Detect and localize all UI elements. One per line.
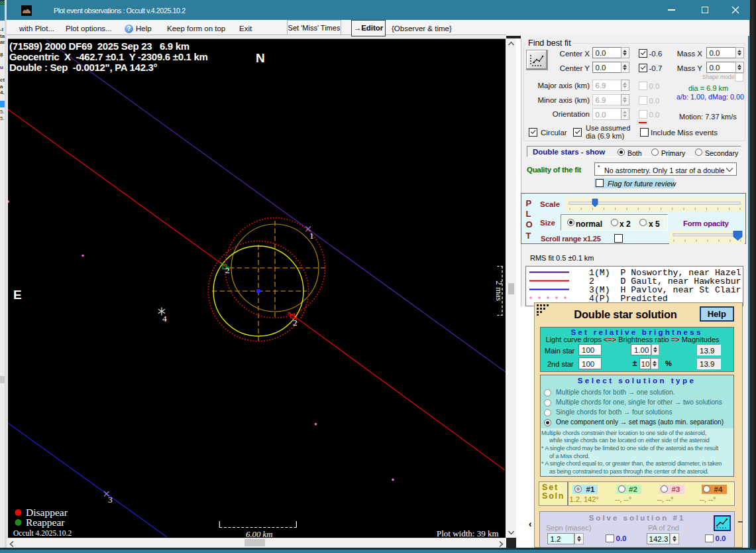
svg-text:Reappear: Reappear xyxy=(26,517,65,528)
svg-text:Double : Sep -0.0012", PA 142: Double : Sep -0.0012", PA 142.3° xyxy=(9,62,158,73)
svg-text:1: 1 xyxy=(309,231,314,241)
svg-text:Geocentric X -462.7 ±0.1 Y: Geocentric X -462.7 ±0.1 Y -2309.6 ±0.1 … xyxy=(9,51,208,62)
svg-text:(71589) 2000 DF69 2025 Sep 23: (71589) 2000 DF69 2025 Sep 23 6.9 km xyxy=(9,40,189,52)
svg-text:Occult 4.2025.10.2: Occult 4.2025.10.2 xyxy=(13,529,72,537)
svg-text:3: 3 xyxy=(108,495,113,505)
svg-text:2: 2 xyxy=(293,318,297,328)
svg-text:6.00 km: 6.00 km xyxy=(246,530,273,538)
svg-text:E: E xyxy=(13,288,21,302)
svg-text:Plot width: 39 km: Plot width: 39 km xyxy=(437,528,499,538)
svg-text:2 mas: 2 mas xyxy=(494,280,504,301)
svg-text:2: 2 xyxy=(225,265,230,275)
svg-text:4: 4 xyxy=(162,314,167,324)
svg-text:N: N xyxy=(256,51,264,65)
